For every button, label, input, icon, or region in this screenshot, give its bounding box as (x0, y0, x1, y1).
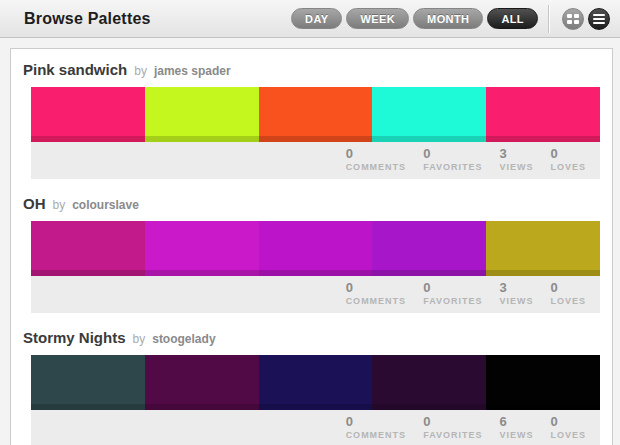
grid-view-icon (567, 14, 579, 24)
filter-all-button[interactable]: ALL (487, 8, 538, 29)
palette-author[interactable]: james spader (154, 64, 231, 78)
header-divider (548, 5, 549, 33)
stat-views: 3 VIEWS (499, 281, 533, 313)
palette-swatches (31, 355, 600, 410)
stat-label: COMMENTS (346, 295, 407, 307)
palette-title-row: OH by colourslave (23, 195, 600, 215)
stat-label: FAVORITES (423, 429, 482, 441)
stat-value: 0 (550, 281, 586, 295)
stat-label: FAVORITES (423, 295, 482, 307)
stat-favorites: 0 FAVORITES (423, 147, 482, 179)
color-swatch[interactable] (486, 355, 600, 410)
stat-favorites: 0 FAVORITES (423, 415, 482, 445)
stat-label: COMMENTS (346, 429, 407, 441)
stat-value: 0 (423, 281, 482, 295)
palette-swatches (31, 87, 600, 142)
stat-label: LOVES (550, 429, 586, 441)
palette-name[interactable]: Pink sandwich (23, 61, 127, 78)
palette-author[interactable]: colourslave (72, 198, 139, 212)
color-swatch[interactable] (145, 221, 259, 276)
color-swatch[interactable] (31, 87, 145, 142)
stat-comments: 0 COMMENTS (346, 147, 407, 179)
stat-value: 3 (499, 281, 533, 295)
stat-label: VIEWS (499, 429, 533, 441)
by-label: by (134, 64, 147, 78)
color-swatch[interactable] (31, 221, 145, 276)
stat-loves: 0 LOVES (550, 415, 586, 445)
palette-stats-bar: 0 COMMENTS 0 FAVORITES 3 VIEWS 0 LOVES (31, 276, 600, 313)
stat-value: 0 (346, 415, 407, 429)
page-title: Browse Palettes (24, 10, 151, 28)
palette-title-row: Stormy Nights by stoogelady (23, 329, 600, 349)
list-view-icon (593, 14, 605, 24)
stat-label: COMMENTS (346, 161, 407, 173)
stat-value: 0 (346, 281, 407, 295)
time-filter-group: DAY WEEK MONTH ALL (291, 8, 538, 29)
list-view-button[interactable] (588, 8, 610, 30)
color-swatch[interactable] (372, 221, 486, 276)
color-swatch[interactable] (486, 221, 600, 276)
stat-views: 3 VIEWS (499, 147, 533, 179)
stat-value: 0 (550, 147, 586, 161)
color-swatch[interactable] (259, 355, 373, 410)
palette-swatches (31, 221, 600, 276)
color-swatch[interactable] (486, 87, 600, 142)
by-label: by (133, 332, 146, 346)
color-swatch[interactable] (145, 355, 259, 410)
by-label: by (53, 198, 66, 212)
stat-label: VIEWS (499, 295, 533, 307)
palette-card: OH by colourslave 0 COMMENTS 0 FAVORITES… (23, 195, 600, 313)
stat-comments: 0 COMMENTS (346, 415, 407, 445)
palette-title-row: Pink sandwich by james spader (23, 61, 600, 81)
palette-author[interactable]: stoogelady (152, 332, 215, 346)
palette-name[interactable]: Stormy Nights (23, 329, 126, 346)
stat-value: 0 (550, 415, 586, 429)
content-panel: Pink sandwich by james spader 0 COMMENTS… (10, 48, 613, 445)
color-swatch[interactable] (259, 221, 373, 276)
palette-name[interactable]: OH (23, 195, 46, 212)
color-swatch[interactable] (259, 87, 373, 142)
filter-day-button[interactable]: DAY (291, 8, 342, 29)
stat-views: 6 VIEWS (499, 415, 533, 445)
palette-card: Stormy Nights by stoogelady 0 COMMENTS 0… (23, 329, 600, 445)
color-swatch[interactable] (145, 87, 259, 142)
color-swatch[interactable] (372, 87, 486, 142)
stat-label: LOVES (550, 295, 586, 307)
grid-view-button[interactable] (562, 8, 584, 30)
stat-favorites: 0 FAVORITES (423, 281, 482, 313)
palette-stats-bar: 0 COMMENTS 0 FAVORITES 6 VIEWS 0 LOVES (31, 410, 600, 445)
stat-value: 0 (346, 147, 407, 161)
stat-value: 0 (423, 415, 482, 429)
stat-comments: 0 COMMENTS (346, 281, 407, 313)
color-swatch[interactable] (31, 355, 145, 410)
palette-card: Pink sandwich by james spader 0 COMMENTS… (23, 61, 600, 179)
filter-week-button[interactable]: WEEK (346, 8, 409, 29)
header-bar: Browse Palettes DAY WEEK MONTH ALL (0, 0, 620, 38)
stat-label: VIEWS (499, 161, 533, 173)
stat-loves: 0 LOVES (550, 281, 586, 313)
stat-label: FAVORITES (423, 161, 482, 173)
stat-value: 6 (499, 415, 533, 429)
filter-month-button[interactable]: MONTH (413, 8, 483, 29)
stat-loves: 0 LOVES (550, 147, 586, 179)
color-swatch[interactable] (372, 355, 486, 410)
stat-label: LOVES (550, 161, 586, 173)
stat-value: 3 (499, 147, 533, 161)
header-controls: DAY WEEK MONTH ALL (291, 5, 610, 33)
stat-value: 0 (423, 147, 482, 161)
palette-stats-bar: 0 COMMENTS 0 FAVORITES 3 VIEWS 0 LOVES (31, 142, 600, 179)
